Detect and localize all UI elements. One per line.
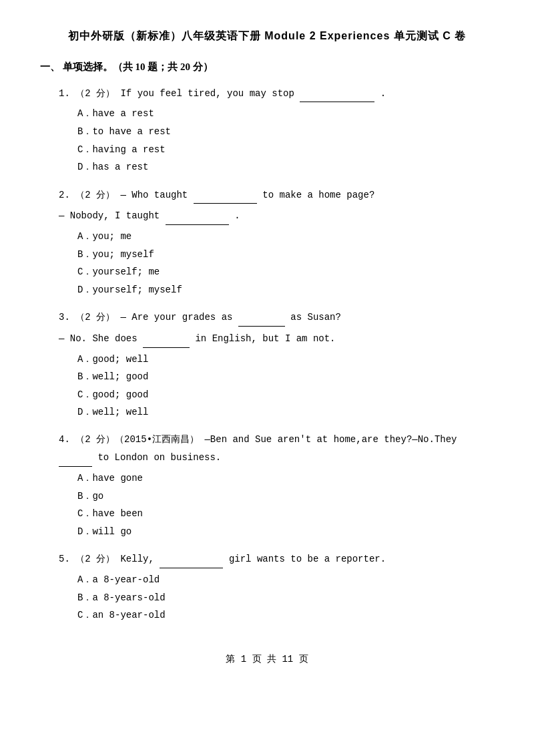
q5-option-c: C．an 8-year-old — [40, 606, 494, 624]
question-3-sub: — No. She does in English, but I am not. — [40, 329, 494, 348]
q2-sub-blank — [166, 206, 229, 225]
q3-option-a: A．good; well — [40, 351, 494, 369]
q4-option-c: C．have been — [40, 505, 494, 523]
q3-sub-text: — No. She does — [59, 333, 138, 344]
q1-option-d: D．has a rest — [40, 158, 494, 176]
q5-option-a: A．a 8-year-old — [40, 571, 494, 589]
question-3: 3. （2 分） — Are your grades as as Susan? … — [40, 308, 494, 421]
q3-suffix: as Susan? — [290, 312, 341, 323]
q1-blank — [300, 84, 374, 103]
q1-option-b: B．to have a rest — [40, 123, 494, 141]
q2-option-b: B．you; myself — [40, 246, 494, 264]
q5-suffix: girl wants to be a reporter. — [229, 554, 386, 564]
question-4-text: 4. （2 分）（2015•江西南昌） —Ben and Sue aren't … — [40, 431, 494, 467]
q5-points: （2 分） — [75, 554, 115, 564]
q3-body: — Are your grades as — [120, 312, 232, 323]
q3-blank — [238, 308, 285, 327]
q4-option-d: D．will go — [40, 523, 494, 541]
q5-number: 5. — [59, 554, 70, 564]
q2-blank — [194, 186, 257, 204]
q4-option-b: B．go — [40, 488, 494, 506]
q2-number: 2. — [59, 190, 70, 200]
question-2: 2. （2 分） — Who taught to make a home pag… — [40, 186, 494, 299]
q2-option-d: D．yourself; myself — [40, 281, 494, 299]
q5-blank — [160, 550, 223, 568]
q5-body: Kelly, — [120, 554, 154, 564]
section1-header: 一、 单项选择。（共 10 题；共 20 分） — [40, 58, 494, 76]
q3-points: （2 分） — [75, 312, 115, 323]
q2-option-a: A．you; me — [40, 228, 494, 246]
q3-sub-suffix: in English, but I am not. — [195, 333, 335, 344]
q4-blank — [59, 448, 92, 467]
question-2-text: 2. （2 分） — Who taught to make a home pag… — [40, 186, 494, 204]
q2-points: （2 分） — [75, 190, 115, 200]
q2-option-c: C．yourself; me — [40, 263, 494, 281]
q1-body: If you feel tired, you may stop — [120, 88, 294, 99]
question-5-text: 5. （2 分） Kelly, girl wants to be a repor… — [40, 550, 494, 568]
q4-option-a: A．have gone — [40, 469, 494, 488]
q1-number: 1. — [59, 88, 70, 99]
q4-points: （2 分）（2015•江西南昌） — [75, 434, 199, 445]
question-1: 1. （2 分） If you feel tired, you may stop… — [40, 84, 494, 176]
page-footer: 第 1 页 共 11 页 — [40, 651, 494, 668]
q3-option-d: D．well; well — [40, 403, 494, 421]
question-5: 5. （2 分） Kelly, girl wants to be a repor… — [40, 550, 494, 624]
q3-option-c: C．good; good — [40, 386, 494, 404]
q2-body: — Who taught — [120, 190, 188, 200]
q1-option-a: A．have a rest — [40, 105, 494, 123]
question-3-text: 3. （2 分） — Are your grades as as Susan? — [40, 308, 494, 327]
q2-sub-suffix: . — [234, 210, 240, 221]
q3-option-b: B．well; good — [40, 368, 494, 386]
q1-option-c: C．having a rest — [40, 141, 494, 159]
q1-suffix: . — [380, 88, 386, 99]
q4-suffix: to London on business. — [97, 452, 221, 463]
q3-number: 3. — [59, 312, 70, 323]
q2-sub-text: — Nobody, I taught — [59, 210, 160, 221]
question-2-sub: — Nobody, I taught . — [40, 206, 494, 225]
q5-option-b: B．a 8-years-old — [40, 589, 494, 607]
question-4: 4. （2 分）（2015•江西南昌） —Ben and Sue aren't … — [40, 431, 494, 541]
q3-sub-blank — [143, 329, 190, 348]
question-1-text: 1. （2 分） If you feel tired, you may stop… — [40, 84, 494, 103]
page-title: 初中外研版（新标准）八年级英语下册 Module 2 Experiences 单… — [40, 27, 494, 46]
q4-body: —Ben and Sue aren't at home,are they?—No… — [204, 434, 457, 445]
q4-number: 4. — [59, 434, 70, 445]
q2-suffix: to make a home page? — [262, 190, 374, 200]
q1-points: （2 分） — [75, 88, 115, 99]
